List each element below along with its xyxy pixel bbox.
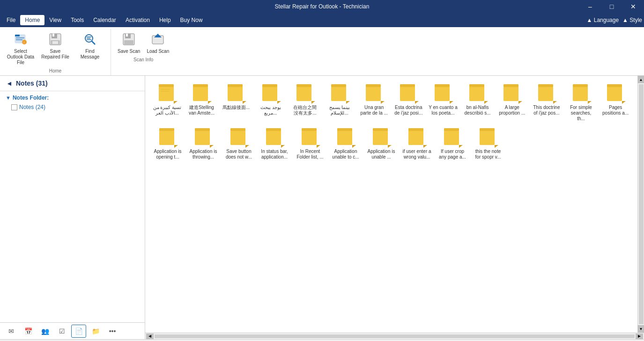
svg-rect-55 [503, 84, 518, 87]
list-item[interactable]: In Recent Folder list, ... [293, 125, 327, 162]
list-item[interactable]: This doctrine of i'jaz pos... [530, 81, 563, 123]
save-repaired-file-button[interactable]: Save Repaired File [38, 29, 72, 62]
svg-rect-85 [373, 128, 388, 131]
menu-calendar[interactable]: Calendar [89, 15, 121, 25]
sidebar-more-icon[interactable]: ••• [105, 325, 120, 338]
svg-marker-68 [174, 145, 178, 148]
ribbon-group-home: ↑ Select Outlook Data File Save Repaired… [0, 29, 111, 75]
sidebar-calendar-icon[interactable]: 📅 [21, 325, 36, 338]
note-label: For simple searches, th... [567, 105, 596, 122]
list-item[interactable]: 在砲台之間 没有太多... [289, 81, 322, 123]
menu-help[interactable]: Help [155, 15, 176, 25]
list-item[interactable]: Application is opening t... [151, 125, 185, 162]
sidebar-collapse-button[interactable]: ◀ [6, 80, 13, 87]
list-item[interactable]: Application is unable ... [364, 125, 398, 162]
list-item[interactable]: In status bar, application... [258, 125, 291, 162]
svg-rect-3 [16, 39, 22, 40]
close-button[interactable]: ✕ [622, 0, 644, 13]
svg-marker-89 [423, 145, 427, 148]
note-icon [467, 83, 488, 104]
list-item[interactable]: A large proportion ... [496, 81, 528, 123]
content-area: تسية كبيرة من الأدب العر... 建造Stelling v… [145, 76, 644, 339]
menu-tools[interactable]: Tools [66, 15, 89, 25]
notes-checkbox[interactable] [11, 104, 17, 110]
list-item[interactable]: يوجد يبحث مربع... [254, 81, 287, 123]
scan-info-label: Scan Info [133, 57, 153, 62]
note-icon [536, 83, 557, 104]
load-scan-icon [149, 31, 166, 48]
list-item[interactable]: Application is throwing... [186, 125, 220, 162]
svg-marker-86 [388, 145, 392, 148]
list-item[interactable]: For simple searches, th... [565, 81, 598, 123]
note-icon [264, 127, 285, 148]
save-scan-icon [120, 31, 137, 48]
notes-folder-label: Notes Folder: [13, 94, 49, 101]
list-item[interactable]: Application unable to c... [329, 125, 363, 162]
svg-rect-46 [400, 84, 415, 87]
notes-row-1: تسية كبيرة من الأدب العر... 建造Stelling v… [151, 81, 632, 123]
title-bar: Stellar Repair for Outlook - Technician … [0, 0, 644, 13]
list-item[interactable]: If user crop any page a... [436, 125, 469, 162]
list-item[interactable]: bn al-Nafis describió s... [461, 81, 494, 123]
note-icon [329, 83, 350, 104]
menu-view[interactable]: View [44, 15, 66, 25]
svg-rect-23 [159, 84, 174, 87]
sidebar-mail-icon[interactable]: ✉ [4, 325, 19, 338]
list-item[interactable]: Save button does not w... [222, 125, 256, 162]
window-controls: – □ ✕ [579, 0, 644, 13]
list-item[interactable]: تسية كبيرة من الأدب العر... [151, 81, 184, 123]
maximize-button[interactable]: □ [601, 0, 622, 13]
select-outlook-data-button[interactable]: ↑ Select Outlook Data File [4, 29, 37, 67]
menu-activation[interactable]: Activation [121, 15, 155, 25]
list-item[interactable]: if user enter a wrong valu... [400, 125, 434, 162]
note-label: Una gran parte de la ... [360, 105, 389, 116]
load-scan-button[interactable]: Load Scan [144, 29, 172, 56]
sidebar-notes-icon[interactable]: 📄 [71, 325, 86, 338]
language-option[interactable]: ▲ Language [587, 17, 619, 23]
save-scan-button[interactable]: Save Scan [115, 29, 143, 56]
tree-notes-folder[interactable]: ▼ Notes Folder: [0, 93, 145, 102]
note-icon [371, 127, 392, 148]
svg-marker-65 [622, 101, 626, 104]
sidebar-folders-icon[interactable]: 📁 [88, 325, 103, 338]
menu-buynow[interactable]: Buy Now [176, 15, 207, 25]
note-label: Application is throwing... [188, 149, 218, 160]
list-item[interactable]: 建造Stelling van Amste... [185, 81, 218, 123]
note-icon [157, 83, 178, 104]
save-repaired-label: Save Repaired File [41, 49, 69, 60]
note-label: 建造Stelling van Amste... [187, 105, 216, 116]
note-icon [335, 127, 356, 148]
notes-grid: تسية كبيرة من الأدب العر... 建造Stelling v… [145, 76, 637, 333]
sidebar: ◀ Notes (31) ▼ Notes Folder: Notes (24) … [0, 76, 145, 339]
svg-marker-74 [245, 145, 249, 148]
list-item[interactable]: Esta doctrina de i'jaz posi... [392, 81, 425, 123]
list-item[interactable]: 馬點線後面... [220, 81, 252, 123]
list-item[interactable]: Pages positions a... [599, 81, 632, 123]
list-item[interactable]: this the note for spopr v... [471, 125, 505, 162]
hscroll-track[interactable] [155, 334, 635, 338]
minimize-button[interactable]: – [579, 0, 601, 13]
note-icon [260, 83, 281, 104]
vscroll-up-button[interactable]: ▲ [638, 76, 644, 83]
svg-marker-56 [518, 101, 522, 104]
tree-notes-child[interactable]: Notes (24) [0, 102, 145, 112]
sidebar-header: ◀ Notes (31) [0, 76, 145, 91]
list-item[interactable]: بينما يسمح للإسلام... [323, 81, 356, 123]
hscroll-left-button[interactable]: ◀ [146, 334, 154, 339]
note-icon [407, 127, 427, 148]
sidebar-contacts-icon[interactable]: 👥 [37, 325, 52, 338]
ribbon-items-home: ↑ Select Outlook Data File Save Repaired… [4, 29, 107, 67]
vscroll-down-button[interactable]: ▼ [638, 325, 644, 333]
list-item[interactable]: Y en cuanto a los poeta... [427, 81, 459, 123]
note-icon [193, 127, 214, 148]
svg-text:↑: ↑ [23, 41, 25, 44]
vscroll-track[interactable] [639, 84, 644, 324]
sidebar-tasks-icon[interactable]: ☑ [54, 325, 69, 338]
menu-home[interactable]: Home [20, 15, 44, 25]
style-option[interactable]: ▲ Style [622, 17, 642, 23]
list-item[interactable]: Una gran parte de la ... [358, 81, 391, 123]
find-message-button[interactable]: Find Message [73, 29, 107, 62]
svg-rect-19 [124, 40, 133, 45]
menu-file[interactable]: File [2, 15, 20, 25]
hscroll-right-button[interactable]: ▶ [636, 334, 643, 339]
